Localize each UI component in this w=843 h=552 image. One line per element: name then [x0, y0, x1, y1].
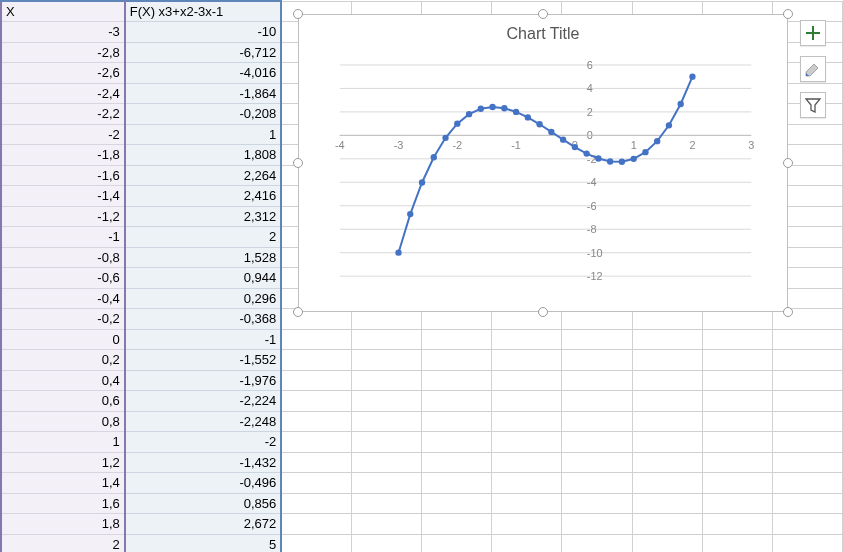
cell-fx[interactable]: 2 [125, 227, 282, 248]
column-header-x[interactable]: X [1, 1, 125, 22]
empty-cell[interactable] [702, 514, 772, 535]
empty-cell[interactable] [422, 473, 492, 494]
empty-cell[interactable] [632, 391, 702, 412]
empty-cell[interactable] [422, 350, 492, 371]
empty-cell[interactable] [702, 329, 772, 350]
cell-x[interactable]: 0,2 [1, 350, 125, 371]
empty-cell[interactable] [772, 350, 842, 371]
chart-data-point[interactable] [431, 154, 437, 160]
cell-x[interactable]: -0,2 [1, 309, 125, 330]
empty-cell[interactable] [562, 391, 632, 412]
empty-cell[interactable] [562, 370, 632, 391]
empty-cell[interactable] [422, 514, 492, 535]
chart-data-point[interactable] [501, 105, 507, 111]
resize-handle[interactable] [293, 158, 303, 168]
cell-fx[interactable]: 2,264 [125, 165, 282, 186]
cell-fx[interactable]: -1,976 [125, 370, 282, 391]
empty-cell[interactable] [351, 391, 421, 412]
chart-data-point[interactable] [689, 74, 695, 80]
chart-styles-button[interactable] [800, 56, 826, 82]
chart-data-point[interactable] [654, 138, 660, 144]
empty-cell[interactable] [562, 514, 632, 535]
cell-x[interactable]: -1,6 [1, 165, 125, 186]
chart-data-point[interactable] [607, 158, 613, 164]
chart-data-point[interactable] [489, 104, 495, 110]
cell-fx[interactable]: -1,432 [125, 452, 282, 473]
empty-cell[interactable] [492, 473, 562, 494]
empty-cell[interactable] [632, 514, 702, 535]
cell-fx[interactable]: 2,312 [125, 206, 282, 227]
empty-cell[interactable] [351, 411, 421, 432]
cell-fx[interactable]: 0,944 [125, 268, 282, 289]
chart-data-point[interactable] [395, 250, 401, 256]
cell-x[interactable]: -2,4 [1, 83, 125, 104]
cell-fx[interactable]: -4,016 [125, 63, 282, 84]
empty-cell[interactable] [281, 452, 351, 473]
resize-handle[interactable] [293, 307, 303, 317]
cell-x[interactable]: -1,8 [1, 145, 125, 166]
empty-cell[interactable] [351, 493, 421, 514]
cell-x[interactable]: 0,8 [1, 411, 125, 432]
cell-x[interactable]: 0,6 [1, 391, 125, 412]
cell-x[interactable]: 0,4 [1, 370, 125, 391]
cell-fx[interactable]: 0,296 [125, 288, 282, 309]
empty-cell[interactable] [702, 350, 772, 371]
empty-cell[interactable] [632, 534, 702, 552]
empty-cell[interactable] [351, 350, 421, 371]
empty-cell[interactable] [702, 473, 772, 494]
chart-data-point[interactable] [560, 137, 566, 143]
empty-cell[interactable] [772, 473, 842, 494]
empty-cell[interactable] [281, 514, 351, 535]
resize-handle[interactable] [783, 158, 793, 168]
chart-data-point[interactable] [572, 144, 578, 150]
empty-cell[interactable] [351, 370, 421, 391]
empty-cell[interactable] [351, 432, 421, 453]
chart-data-point[interactable] [666, 122, 672, 128]
chart-data-point[interactable] [454, 120, 460, 126]
empty-cell[interactable] [492, 329, 562, 350]
cell-x[interactable]: -0,4 [1, 288, 125, 309]
empty-cell[interactable] [562, 493, 632, 514]
chart-data-point[interactable] [548, 129, 554, 135]
empty-cell[interactable] [281, 473, 351, 494]
empty-cell[interactable] [422, 452, 492, 473]
cell-fx[interactable]: 1,808 [125, 145, 282, 166]
empty-cell[interactable] [702, 452, 772, 473]
cell-x[interactable]: -2,6 [1, 63, 125, 84]
cell-fx[interactable]: 5 [125, 534, 282, 552]
empty-cell[interactable] [351, 514, 421, 535]
empty-cell[interactable] [422, 411, 492, 432]
chart-data-point[interactable] [466, 111, 472, 117]
empty-cell[interactable] [632, 411, 702, 432]
empty-cell[interactable] [492, 514, 562, 535]
cell-x[interactable]: -0,6 [1, 268, 125, 289]
empty-cell[interactable] [702, 391, 772, 412]
chart-plot-area[interactable]: -12-10-8-6-4-20246-4-3-2-10123 [319, 60, 767, 296]
empty-cell[interactable] [772, 493, 842, 514]
cell-fx[interactable]: -0,208 [125, 104, 282, 125]
resize-handle[interactable] [293, 9, 303, 19]
cell-x[interactable]: -2 [1, 124, 125, 145]
chart-data-point[interactable] [536, 121, 542, 127]
cell-fx[interactable]: 1 [125, 124, 282, 145]
empty-cell[interactable] [281, 534, 351, 552]
empty-cell[interactable] [632, 432, 702, 453]
chart-data-point[interactable] [630, 156, 636, 162]
empty-cell[interactable] [492, 452, 562, 473]
chart-data-point[interactable] [595, 155, 601, 161]
empty-cell[interactable] [492, 534, 562, 552]
resize-handle[interactable] [783, 307, 793, 317]
empty-cell[interactable] [632, 329, 702, 350]
cell-fx[interactable]: -2,248 [125, 411, 282, 432]
empty-cell[interactable] [702, 432, 772, 453]
chart-data-point[interactable] [442, 135, 448, 141]
resize-handle[interactable] [783, 9, 793, 19]
chart-data-point[interactable] [678, 101, 684, 107]
empty-cell[interactable] [492, 493, 562, 514]
cell-x[interactable]: -1,2 [1, 206, 125, 227]
empty-cell[interactable] [281, 493, 351, 514]
chart-data-point[interactable] [583, 150, 589, 156]
chart-data-point[interactable] [619, 159, 625, 165]
empty-cell[interactable] [422, 493, 492, 514]
empty-cell[interactable] [772, 534, 842, 552]
